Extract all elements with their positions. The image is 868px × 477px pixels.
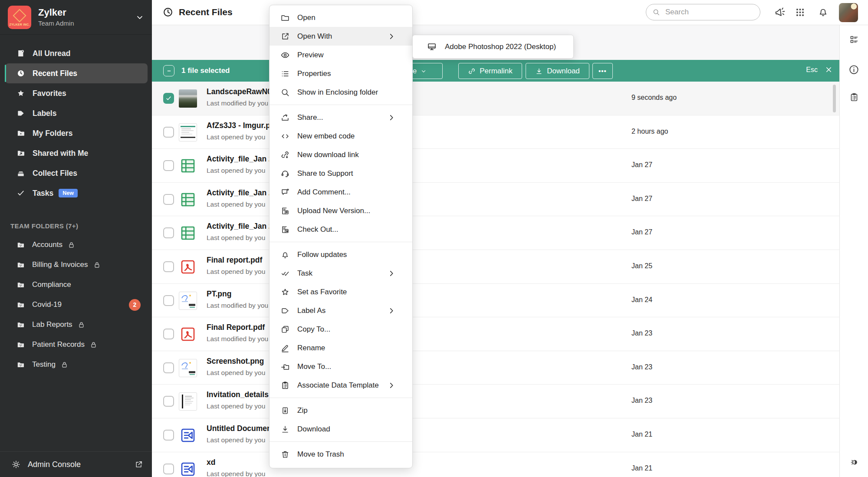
sidebar-item-labels[interactable]: Labels (5, 103, 148, 123)
file-timestamp: 2 hours ago (631, 128, 668, 135)
menu-item-label-as[interactable]: Label As (270, 301, 412, 320)
menu-item-follow-updates[interactable]: Follow updates (270, 245, 412, 264)
download-button[interactable]: Download (526, 63, 589, 79)
clock-icon (16, 69, 25, 78)
file-name: PT.png (207, 289, 268, 299)
gear-icon (11, 460, 21, 469)
file-row-screenshot-png[interactable]: Screenshot.pngLast opened by youJan 23 (152, 351, 840, 385)
file-row-activity-file-jan-2[interactable]: Activity_file_Jan 2Last opened by youJan… (152, 216, 840, 250)
file-row-activity-file-jan-2[interactable]: Activity_file_Jan 2Last opened by youJan… (152, 183, 840, 217)
search-bar[interactable] (646, 4, 760, 20)
menu-item-copy-to[interactable]: Copy To... (270, 320, 412, 339)
menu-item-show-in-enclosing-folder[interactable]: Show in Enclosing folder (270, 83, 412, 102)
menu-item-share-to-support[interactable]: Share to Support (270, 164, 412, 183)
theme-toggle-icon[interactable] (849, 457, 859, 467)
file-checkbox[interactable] (163, 93, 174, 104)
team-folder-accounts[interactable]: Accounts (5, 235, 148, 255)
file-list: LandscapeRawN0Last modified by you9 seco… (152, 82, 840, 477)
writer-doc-icon (179, 460, 197, 477)
file-checkbox[interactable] (163, 127, 174, 138)
menu-item-open[interactable]: Open (270, 8, 412, 27)
sidebar-item-shared-with-me[interactable]: Shared with Me (5, 143, 148, 163)
menu-item-zip[interactable]: Zip (270, 401, 412, 420)
team-folder-lab-reports[interactable]: Lab Reports (5, 315, 148, 335)
details-panel-icon[interactable] (849, 34, 859, 45)
announcements-icon[interactable] (773, 5, 787, 19)
file-thumb-cell (178, 156, 197, 175)
menu-item-preview[interactable]: Preview (270, 46, 412, 64)
menu-item-add-comment[interactable]: Add Comment... (270, 183, 412, 201)
upload-version-icon (280, 206, 290, 216)
file-checkbox[interactable] (163, 329, 174, 339)
submenu-item-adobe-photoshop-2022-desktop[interactable]: Adobe Photoshop 2022 (Desktop) (413, 35, 573, 58)
team-switcher[interactable]: ZYLKER INC. Zylker Team Admin (0, 0, 152, 35)
file-row-xd[interactable]: xdLast opened by youJan 21 (152, 452, 840, 477)
menu-item-label: Task (297, 269, 312, 278)
menu-item-download[interactable]: Download (270, 420, 412, 438)
team-folder-testing[interactable]: Testing (5, 355, 148, 375)
menu-item-set-as-favorite[interactable]: Set as Favorite (270, 283, 412, 301)
file-row-invitation-details[interactable]: Invitation_detailsLast opened by youJan … (152, 385, 840, 418)
close-icon[interactable] (825, 66, 833, 74)
selection-checkbox[interactable] (163, 65, 174, 76)
menu-item-associate-data-template[interactable]: Associate Data Template (270, 376, 412, 395)
more-actions-button[interactable]: ••• (592, 63, 613, 79)
admin-console-link[interactable]: Admin Console (0, 451, 152, 477)
file-checkbox[interactable] (163, 430, 174, 441)
file-checkbox[interactable] (163, 295, 174, 306)
file-checkbox[interactable] (163, 194, 174, 205)
menu-item-task[interactable]: Task (270, 264, 412, 283)
menu-item-label: Properties (297, 69, 331, 78)
info-icon[interactable] (848, 64, 860, 76)
file-row-landscaperawn0[interactable]: LandscapeRawN0Last modified by you9 seco… (152, 82, 840, 115)
team-folder-patient-records[interactable]: Patient Records (5, 335, 148, 355)
file-timestamp: Jan 24 (631, 296, 652, 304)
notifications-bell-icon[interactable] (817, 6, 829, 18)
sidebar-item-favorites[interactable]: Favorites (5, 83, 148, 103)
menu-item-properties[interactable]: Properties (270, 64, 412, 83)
file-row-final-report-pdf[interactable]: Final report.pdfLast opened by youJan 25 (152, 250, 840, 284)
file-row-final-report-pdf[interactable]: Final Report.pdfLast modified by youJan … (152, 317, 840, 351)
menu-item-rename[interactable]: Rename (270, 339, 412, 357)
team-folder-icon (16, 341, 25, 349)
menu-item-new-embed-code[interactable]: New embed code (270, 127, 412, 145)
file-checkbox[interactable] (163, 396, 174, 407)
file-row-pt-png[interactable]: PT.pngLast modified by youJan 24 (152, 284, 840, 318)
team-folder-billing-invoices[interactable]: Billing & Invoices (5, 255, 148, 275)
team-folder-compliance[interactable]: Compliance (5, 275, 148, 295)
menu-item-move-to-trash[interactable]: Move to Trash (270, 445, 412, 464)
user-avatar[interactable] (839, 3, 858, 22)
file-checkbox[interactable] (163, 362, 174, 373)
submenu-item-label: Adobe Photoshop 2022 (Desktop) (445, 43, 556, 51)
file-checkbox[interactable] (163, 261, 174, 272)
menu-item-check-out[interactable]: Check Out... (270, 220, 412, 239)
file-checkbox[interactable] (163, 464, 174, 474)
sidebar-item-tasks[interactable]: TasksNew (5, 183, 148, 203)
menu-item-move-to[interactable]: Move To... (270, 357, 412, 376)
file-meta: Last opened by you (207, 133, 270, 141)
file-thumb-cell (178, 291, 197, 310)
file-meta: Last opened by you (207, 201, 273, 208)
file-row-afzs3j3-imgur-p[interactable]: AfZs3J3 - Imgur.pLast opened by you2 hou… (152, 115, 840, 149)
sidebar-item-collect-files[interactable]: Collect Files (5, 163, 148, 183)
trash-icon (280, 450, 290, 459)
menu-item-share[interactable]: Share... (270, 108, 412, 127)
file-row-activity-file-jan-2[interactable]: Activity_file_Jan 2Last opened by youJan… (152, 149, 840, 183)
apps-grid-icon[interactable] (795, 7, 806, 18)
file-checkbox[interactable] (163, 227, 174, 238)
menu-item-open-with[interactable]: Open With (270, 27, 412, 46)
file-timestamp: Jan 21 (631, 431, 652, 438)
search-input[interactable] (664, 7, 754, 17)
sidebar-item-recent-files[interactable]: Recent Files (5, 63, 148, 83)
file-checkbox[interactable] (163, 160, 174, 171)
menu-item-upload-new-version[interactable]: Upload New Version... (270, 201, 412, 220)
sidebar-item-all-unread[interactable]: All Unread (5, 43, 148, 63)
data-template-panel-icon[interactable] (849, 92, 859, 102)
permalink-button[interactable]: Permalink (458, 63, 522, 79)
menu-item-new-download-link[interactable]: New download link (270, 145, 412, 164)
sidebar-item-label: Recent Files (33, 69, 77, 78)
file-row-untitled-documen[interactable]: Untitled DocumenLast opened by youJan 21 (152, 418, 840, 452)
team-folder-covid-19[interactable]: Covid-192 (5, 295, 148, 315)
scrollbar-thumb[interactable] (833, 85, 836, 112)
sidebar-item-my-folders[interactable]: My Folders (5, 123, 148, 143)
